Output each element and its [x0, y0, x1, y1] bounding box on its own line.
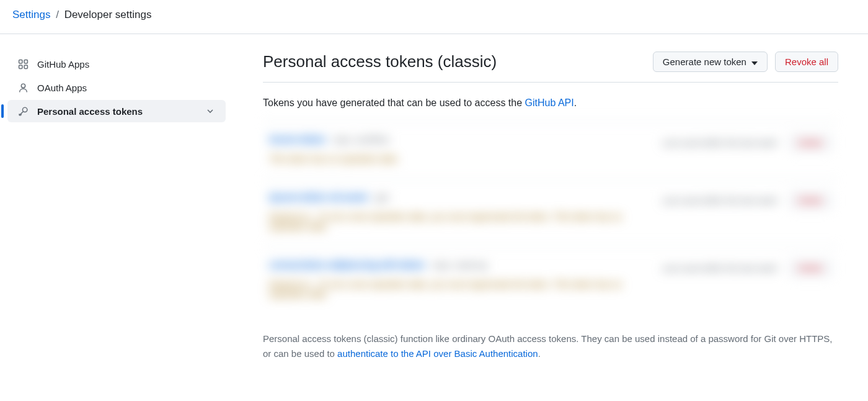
main-content: Personal access tokens (classic) Generat…: [238, 34, 846, 386]
header-actions: Generate new token Revoke all: [653, 52, 838, 72]
token-row: lorem-tokenrepo, workflow This token has…: [263, 121, 838, 179]
breadcrumb-root-link[interactable]: Settings: [12, 9, 50, 20]
caret-down-icon: [751, 56, 758, 67]
revoke-all-label: Revoke all: [785, 56, 828, 67]
breadcrumb-current: Developer settings: [64, 9, 152, 20]
token-list: lorem-tokenrepo, workflow This token has…: [263, 121, 838, 314]
sidebar-item-personal-access-tokens[interactable]: Personal access tokens: [7, 100, 226, 122]
sidebar-item-label: Personal access tokens: [37, 106, 196, 117]
svg-rect-1: [24, 60, 27, 63]
svg-rect-2: [19, 65, 22, 68]
sidebar-item-oauth-apps[interactable]: OAuth Apps: [7, 76, 226, 99]
breadcrumb-separator: /: [56, 9, 59, 20]
generate-new-token-label: Generate new token: [663, 56, 746, 67]
revoke-all-button[interactable]: Revoke all: [775, 52, 838, 72]
sidebar-item-label: GitHub Apps: [37, 59, 216, 70]
apps-icon: [17, 58, 29, 70]
key-icon: [17, 106, 29, 117]
svg-point-5: [22, 107, 27, 112]
breadcrumb: Settings / Developer settings: [0, 0, 868, 34]
token-row: ipsum-dolor-sit-ametgist Expired on . To…: [263, 179, 838, 246]
token-row: consectetur-adipiscing-elit-tokenrepo, r…: [263, 246, 838, 314]
person-icon: [17, 82, 29, 93]
chevron-down-icon: [205, 106, 216, 117]
sidebar: GitHub Apps OAuth Apps Personal access t…: [7, 34, 226, 386]
generate-new-token-button[interactable]: Generate new token: [653, 52, 768, 72]
page-header: Personal access tokens (classic) Generat…: [263, 52, 838, 83]
svg-rect-3: [24, 65, 27, 68]
footer-text: Personal access tokens (classic) functio…: [263, 331, 838, 361]
intro-text: Tokens you have generated that can be us…: [263, 97, 838, 109]
sidebar-item-label: OAuth Apps: [37, 83, 216, 93]
page-title: Personal access tokens (classic): [263, 52, 497, 71]
sidebar-item-github-apps[interactable]: GitHub Apps: [7, 53, 226, 75]
svg-point-4: [21, 84, 25, 88]
github-api-link[interactable]: GitHub API: [525, 97, 574, 108]
basic-auth-link[interactable]: authenticate to the API over Basic Authe…: [337, 348, 538, 359]
svg-rect-0: [19, 60, 22, 63]
